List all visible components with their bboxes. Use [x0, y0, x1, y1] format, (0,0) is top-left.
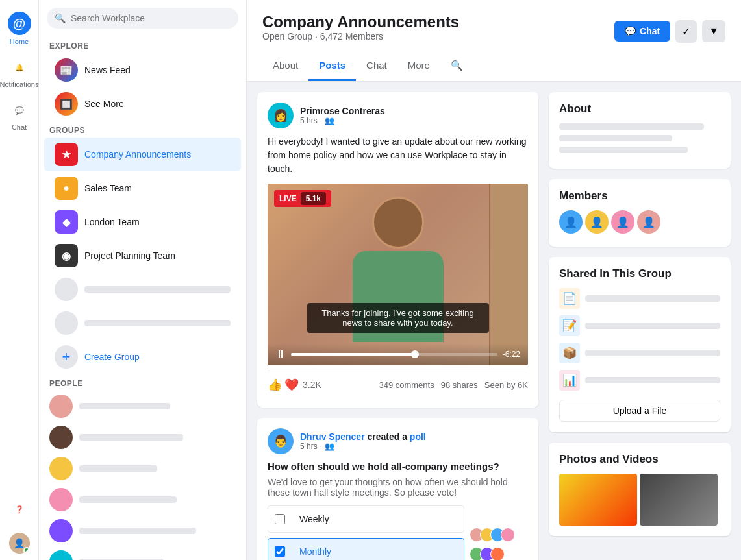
progress-fill	[291, 353, 415, 356]
photos-title: Photos and Videos	[559, 453, 720, 466]
about-placeholder-2	[559, 135, 672, 141]
nav-item-sales-team[interactable]: ● Sales Team	[44, 171, 241, 205]
post-1-meta-sep: ·	[320, 116, 322, 125]
tab-search[interactable]: 🔍	[440, 52, 473, 81]
help-button[interactable]: ❓	[8, 493, 31, 528]
chat-button-label: Chat	[640, 26, 660, 36]
sidebar-item-chat[interactable]: 💬 Chat	[0, 93, 38, 136]
live-count: 5.1k	[301, 192, 326, 205]
file-name-1	[585, 295, 720, 302]
nav-item-london-team[interactable]: ◆ London Team	[44, 205, 241, 239]
group-title-row: Company Announcements Open Group · 6,472…	[262, 13, 725, 49]
member-3: 👤	[611, 210, 634, 234]
person-row-2[interactable]	[39, 422, 246, 453]
poll-options: Weekly Monthly Quarter	[268, 505, 464, 560]
members-title: Members	[559, 189, 720, 202]
person-row-3[interactable]	[39, 453, 246, 484]
voters-monthly	[470, 547, 528, 560]
photo-thumb-2[interactable]	[640, 474, 718, 526]
pause-icon[interactable]: ⏸	[275, 348, 286, 360]
tab-more[interactable]: More	[397, 52, 440, 81]
sidebar-item-notifications[interactable]: 🔔 Notifications	[0, 51, 38, 93]
explore-section-label: Explore	[39, 36, 246, 53]
nav-item-newsfeed[interactable]: 📰 News Feed	[44, 53, 241, 87]
chat-button[interactable]: 💬 Chat	[614, 21, 670, 42]
person-avatar-4	[49, 488, 73, 511]
live-badge: LIVE 5.1k	[274, 190, 331, 207]
create-group-button[interactable]: + Create Group	[44, 340, 241, 374]
tab-about[interactable]: About	[262, 52, 308, 81]
more-options-button[interactable]: ▼	[702, 20, 725, 42]
icon-sidebar: @ Home 🔔 Notifications 💬 Chat ❓ 👤	[0, 0, 39, 560]
post-2-action: created a	[367, 432, 409, 442]
shared-file-2[interactable]: 📝	[559, 315, 720, 336]
placeholder-line-1	[84, 286, 231, 293]
video-player[interactable]: LIVE 5.1k Thanks for joining. I've got s…	[268, 184, 528, 365]
sales-team-label: Sales Team	[84, 183, 132, 193]
shared-file-4[interactable]: 📊	[559, 370, 720, 391]
poll-content: Weekly Monthly Quarter	[268, 505, 528, 560]
video-preview	[268, 184, 528, 365]
nav-item-placeholder-1[interactable]	[44, 273, 241, 306]
right-column: About Members 👤 👤 👤 👤 Shared In This Gro…	[549, 92, 731, 560]
checkbox-weekly[interactable]	[275, 514, 285, 524]
placeholder-avatar-1	[55, 278, 78, 301]
main-content: Company Announcements Open Group · 6,472…	[247, 0, 741, 560]
help-icon: ❓	[8, 498, 31, 521]
upload-file-button[interactable]: Upload a File	[559, 400, 720, 422]
file-name-3	[585, 350, 720, 356]
person-row-1[interactable]	[39, 391, 246, 422]
checkbox-monthly[interactable]	[275, 546, 285, 557]
shared-file-1[interactable]: 📄	[559, 288, 720, 309]
shared-file-3[interactable]: 📦	[559, 343, 720, 363]
chat-bubble-btn-icon: 💬	[625, 26, 636, 36]
seen-count: Seen by 6K	[484, 380, 528, 390]
search-box[interactable]: 🔍	[47, 8, 238, 29]
search-icon: 🔍	[55, 13, 66, 23]
nav-item-project-planning[interactable]: ◉ Project Planning Team	[44, 239, 241, 273]
person-row-5[interactable]	[39, 515, 246, 546]
post-2-visibility-icon: 👥	[325, 442, 334, 451]
group-type: Open Group	[262, 31, 312, 42]
post-1-author-block: Primrose Contreras 5 hrs · 👥	[300, 106, 385, 125]
create-group-icon: +	[55, 345, 78, 369]
member-1: 👤	[559, 210, 583, 234]
group-header-actions: 💬 Chat ✓ ▼	[614, 20, 725, 43]
home-label: Home	[10, 38, 29, 45]
poll-checkbox-monthly[interactable]	[268, 539, 292, 560]
london-team-label: London Team	[84, 217, 140, 227]
newsfeed-icon: 📰	[55, 58, 78, 82]
progress-bar[interactable]	[291, 353, 497, 356]
poll-checkbox-weekly[interactable]	[268, 506, 292, 532]
company-announcements-label: Company Announcements	[84, 149, 191, 160]
project-planning-icon: ◉	[55, 244, 78, 267]
reactions-right: 349 comments 98 shares Seen by 6K	[379, 380, 528, 390]
placeholder-avatar-2	[55, 311, 78, 335]
poll-option-weekly[interactable]: Weekly	[268, 505, 464, 533]
person-row-6[interactable]	[39, 546, 246, 560]
user-avatar[interactable]: 👤	[9, 533, 30, 554]
voter-7	[490, 547, 505, 560]
post-2-header: 👨 Dhruv Spencer created a poll 5 hrs · 👥	[268, 428, 528, 454]
post-2-author-block: Dhruv Spencer created a poll 5 hrs · 👥	[300, 432, 426, 451]
about-card: About	[549, 92, 731, 169]
nav-item-seemore[interactable]: 🔲 See More	[44, 87, 241, 121]
feed-column: 👩 Primrose Contreras 5 hrs · 👥 Hi everyb…	[257, 92, 538, 560]
tab-posts[interactable]: Posts	[308, 52, 356, 81]
video-time: -6:22	[503, 350, 520, 359]
sidebar-item-home[interactable]: @ Home	[0, 6, 38, 51]
nav-item-placeholder-2[interactable]	[44, 306, 241, 340]
search-input[interactable]	[71, 13, 231, 23]
video-caption: Thanks for joining. I've got some exciti…	[307, 303, 489, 333]
person-avatar-3	[49, 457, 73, 480]
post-2-meta-sep: ·	[320, 442, 322, 451]
online-indicator	[23, 547, 30, 554]
person-row-4[interactable]	[39, 484, 246, 515]
poll-link: poll	[410, 432, 426, 442]
photo-thumb-1[interactable]	[559, 474, 637, 526]
nav-item-company-announcements[interactable]: ★ Company Announcements	[44, 138, 241, 171]
poll-option-monthly[interactable]: Monthly	[268, 538, 464, 560]
notify-button[interactable]: ✓	[675, 20, 697, 43]
poll-voter-avatars	[470, 505, 528, 560]
tab-chat[interactable]: Chat	[356, 52, 397, 81]
